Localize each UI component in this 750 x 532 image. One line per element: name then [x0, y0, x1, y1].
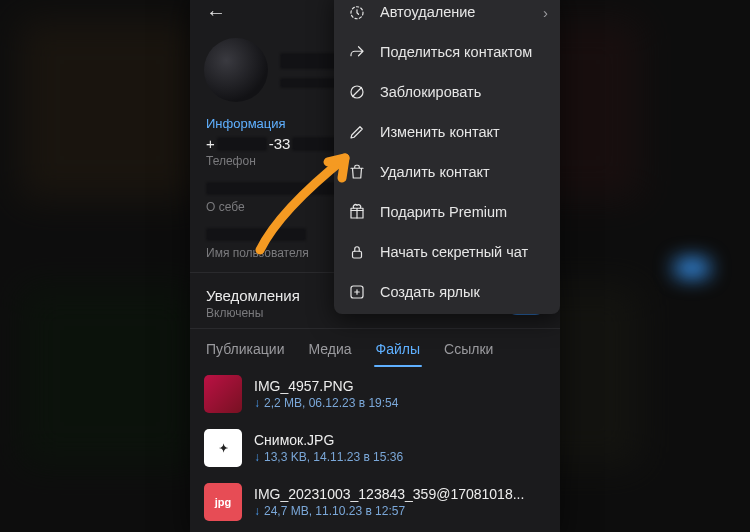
share-icon	[348, 43, 366, 61]
notifications-title: Уведомления	[206, 287, 300, 304]
tab-links[interactable]: Ссылки	[432, 329, 505, 367]
tab-posts[interactable]: Публикации	[194, 329, 296, 367]
file-thumbnail	[204, 375, 242, 413]
menu-label: Создать ярлык	[380, 284, 480, 300]
menu-label: Автоудаление	[380, 4, 475, 20]
file-meta: ↓24,7 MB, 11.10.23 в 12:57	[254, 504, 546, 518]
menu-label: Удалить контакт	[380, 164, 490, 180]
chevron-right-icon: ›	[543, 4, 548, 21]
phone-screen: ← Информация + -33 Телефон О себе Имя по…	[190, 0, 560, 532]
menu-label: Подарить Premium	[380, 204, 507, 220]
svg-rect-3	[353, 251, 362, 258]
file-thumbnail: jpg	[204, 483, 242, 521]
background-accent	[674, 259, 710, 277]
menu-label: Поделиться контактом	[380, 44, 532, 60]
add-shortcut-icon	[348, 283, 366, 301]
menu-label: Изменить контакт	[380, 124, 500, 140]
tab-files[interactable]: Файлы	[364, 329, 432, 367]
file-row[interactable]: ✦ Снимок.JPG ↓13,3 KB, 14.11.23 в 15:36	[190, 421, 560, 475]
pencil-icon	[348, 123, 366, 141]
menu-item-delete[interactable]: Удалить контакт	[334, 152, 560, 192]
trash-icon	[348, 163, 366, 181]
tab-media[interactable]: Медиа	[296, 329, 363, 367]
menu-item-shortcut[interactable]: Создать ярлык	[334, 272, 560, 312]
menu-item-secret[interactable]: Начать секретный чат	[334, 232, 560, 272]
timer-icon	[348, 3, 366, 21]
back-button[interactable]: ←	[200, 0, 232, 26]
file-row[interactable]: jpg IMG_20231003_123843_359@17081018... …	[190, 475, 560, 529]
file-thumbnail: ✦	[204, 429, 242, 467]
menu-label: Заблокировать	[380, 84, 481, 100]
avatar[interactable]	[204, 38, 268, 102]
lock-icon	[348, 243, 366, 261]
block-icon	[348, 83, 366, 101]
menu-item-edit[interactable]: Изменить контакт	[334, 112, 560, 152]
file-row[interactable]: IMG_4957.PNG ↓2,2 MB, 06.12.23 в 19:54	[190, 367, 560, 421]
file-meta: ↓13,3 KB, 14.11.23 в 15:36	[254, 450, 546, 464]
gift-icon	[348, 203, 366, 221]
menu-item-gift[interactable]: Подарить Premium	[334, 192, 560, 232]
menu-item-block[interactable]: Заблокировать	[334, 72, 560, 112]
context-menu: Автоудаление › Поделиться контактом Забл…	[334, 0, 560, 314]
file-meta: ↓2,2 MB, 06.12.23 в 19:54	[254, 396, 546, 410]
menu-item-share[interactable]: Поделиться контактом	[334, 32, 560, 72]
file-name: Снимок.JPG	[254, 432, 546, 448]
redacted-username	[206, 228, 306, 241]
tabs: Публикации Медиа Файлы Ссылки	[190, 328, 560, 367]
menu-item-autodelete[interactable]: Автоудаление ›	[334, 0, 560, 32]
file-name: IMG_4957.PNG	[254, 378, 546, 394]
file-name: IMG_20231003_123843_359@17081018...	[254, 486, 546, 502]
menu-label: Начать секретный чат	[380, 244, 528, 260]
notifications-status: Включены	[206, 306, 300, 320]
